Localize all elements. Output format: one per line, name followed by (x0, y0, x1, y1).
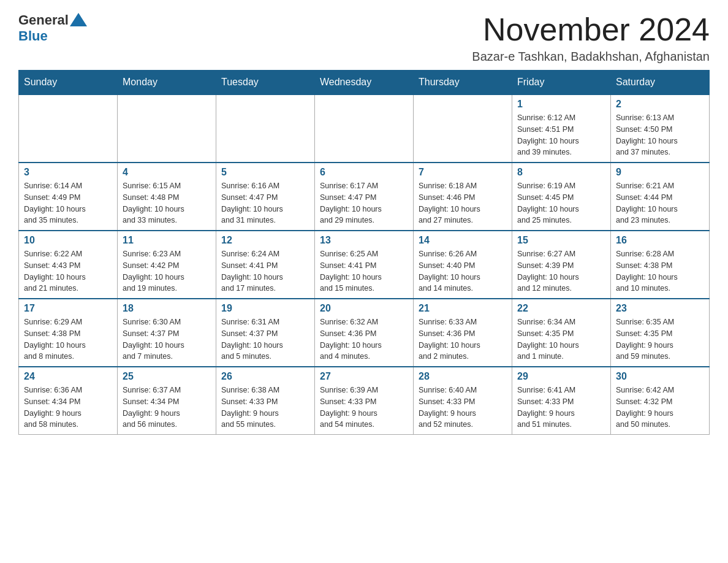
calendar-cell: 13Sunrise: 6:25 AMSunset: 4:41 PMDayligh… (315, 231, 414, 299)
day-info: Sunrise: 6:34 AMSunset: 4:35 PMDaylight:… (517, 316, 605, 362)
day-number: 8 (517, 167, 605, 178)
day-info: Sunrise: 6:18 AMSunset: 4:46 PMDaylight:… (419, 180, 507, 226)
weekday-header-monday: Monday (118, 71, 216, 95)
week-row-2: 3Sunrise: 6:14 AMSunset: 4:49 PMDaylight… (19, 163, 710, 231)
weekday-header-friday: Friday (512, 71, 611, 95)
calendar-cell: 25Sunrise: 6:37 AMSunset: 4:34 PMDayligh… (118, 367, 216, 435)
day-number: 4 (123, 167, 211, 178)
weekday-header-thursday: Thursday (414, 71, 512, 95)
weekday-header-wednesday: Wednesday (315, 71, 414, 95)
calendar-cell: 24Sunrise: 6:36 AMSunset: 4:34 PMDayligh… (19, 367, 118, 435)
weekday-header-sunday: Sunday (19, 71, 118, 95)
calendar-cell: 8Sunrise: 6:19 AMSunset: 4:45 PMDaylight… (512, 163, 611, 231)
day-number: 10 (24, 235, 112, 246)
weekday-header-tuesday: Tuesday (216, 71, 315, 95)
day-info: Sunrise: 6:24 AMSunset: 4:41 PMDaylight:… (221, 248, 309, 294)
day-number: 9 (616, 167, 704, 178)
day-number: 11 (123, 235, 211, 246)
day-info: Sunrise: 6:12 AMSunset: 4:51 PMDaylight:… (517, 112, 605, 158)
logo: General Blue (18, 12, 87, 44)
day-number: 19 (221, 303, 309, 314)
calendar-cell: 21Sunrise: 6:33 AMSunset: 4:36 PMDayligh… (414, 299, 512, 367)
calendar-cell: 28Sunrise: 6:40 AMSunset: 4:33 PMDayligh… (414, 367, 512, 435)
day-info: Sunrise: 6:17 AMSunset: 4:47 PMDaylight:… (320, 180, 408, 226)
calendar-cell: 30Sunrise: 6:42 AMSunset: 4:32 PMDayligh… (611, 367, 710, 435)
day-info: Sunrise: 6:35 AMSunset: 4:35 PMDaylight:… (616, 316, 704, 362)
day-info: Sunrise: 6:13 AMSunset: 4:50 PMDaylight:… (616, 112, 704, 158)
day-info: Sunrise: 6:14 AMSunset: 4:49 PMDaylight:… (24, 180, 112, 226)
calendar-cell: 23Sunrise: 6:35 AMSunset: 4:35 PMDayligh… (611, 299, 710, 367)
day-number: 24 (24, 371, 112, 382)
weekday-header-saturday: Saturday (611, 71, 710, 95)
calendar-cell (118, 94, 216, 163)
calendar-cell (216, 94, 315, 163)
calendar-cell: 2Sunrise: 6:13 AMSunset: 4:50 PMDaylight… (611, 94, 710, 163)
calendar-cell: 11Sunrise: 6:23 AMSunset: 4:42 PMDayligh… (118, 231, 216, 299)
day-info: Sunrise: 6:30 AMSunset: 4:37 PMDaylight:… (123, 316, 211, 362)
day-number: 14 (419, 235, 507, 246)
day-info: Sunrise: 6:21 AMSunset: 4:44 PMDaylight:… (616, 180, 704, 226)
day-number: 22 (517, 303, 605, 314)
calendar-cell (414, 94, 512, 163)
day-info: Sunrise: 6:29 AMSunset: 4:38 PMDaylight:… (24, 316, 112, 362)
day-info: Sunrise: 6:25 AMSunset: 4:41 PMDaylight:… (320, 248, 408, 294)
day-number: 26 (221, 371, 309, 382)
day-info: Sunrise: 6:39 AMSunset: 4:33 PMDaylight:… (320, 385, 408, 431)
day-number: 28 (419, 371, 507, 382)
day-number: 12 (221, 235, 309, 246)
day-number: 5 (221, 167, 309, 178)
day-number: 3 (24, 167, 112, 178)
page-header: General Blue November 2024 Bazar-e Tashk… (18, 12, 710, 64)
day-info: Sunrise: 6:33 AMSunset: 4:36 PMDaylight:… (419, 316, 507, 362)
week-row-4: 17Sunrise: 6:29 AMSunset: 4:38 PMDayligh… (19, 299, 710, 367)
calendar-cell: 4Sunrise: 6:15 AMSunset: 4:48 PMDaylight… (118, 163, 216, 231)
calendar-cell: 22Sunrise: 6:34 AMSunset: 4:35 PMDayligh… (512, 299, 611, 367)
calendar-cell: 15Sunrise: 6:27 AMSunset: 4:39 PMDayligh… (512, 231, 611, 299)
calendar-cell: 20Sunrise: 6:32 AMSunset: 4:36 PMDayligh… (315, 299, 414, 367)
day-info: Sunrise: 6:15 AMSunset: 4:48 PMDaylight:… (123, 180, 211, 226)
day-info: Sunrise: 6:22 AMSunset: 4:43 PMDaylight:… (24, 248, 112, 294)
calendar-cell: 29Sunrise: 6:41 AMSunset: 4:33 PMDayligh… (512, 367, 611, 435)
calendar-cell (19, 94, 118, 163)
week-row-5: 24Sunrise: 6:36 AMSunset: 4:34 PMDayligh… (19, 367, 710, 435)
day-info: Sunrise: 6:31 AMSunset: 4:37 PMDaylight:… (221, 316, 309, 362)
calendar-cell: 10Sunrise: 6:22 AMSunset: 4:43 PMDayligh… (19, 231, 118, 299)
day-info: Sunrise: 6:42 AMSunset: 4:32 PMDaylight:… (616, 385, 704, 431)
calendar-cell: 1Sunrise: 6:12 AMSunset: 4:51 PMDaylight… (512, 94, 611, 163)
day-number: 1 (517, 99, 605, 110)
week-row-1: 1Sunrise: 6:12 AMSunset: 4:51 PMDaylight… (19, 94, 710, 163)
month-title: November 2024 (472, 12, 710, 47)
calendar-cell: 9Sunrise: 6:21 AMSunset: 4:44 PMDaylight… (611, 163, 710, 231)
weekday-header-row: SundayMondayTuesdayWednesdayThursdayFrid… (19, 71, 710, 95)
location-subtitle: Bazar-e Tashkan, Badakhshan, Afghanistan (472, 50, 710, 64)
day-number: 18 (123, 303, 211, 314)
logo-blue-text: Blue (18, 28, 48, 44)
calendar-cell: 3Sunrise: 6:14 AMSunset: 4:49 PMDaylight… (19, 163, 118, 231)
day-info: Sunrise: 6:38 AMSunset: 4:33 PMDaylight:… (221, 385, 309, 431)
calendar-cell: 16Sunrise: 6:28 AMSunset: 4:38 PMDayligh… (611, 231, 710, 299)
day-number: 7 (419, 167, 507, 178)
day-info: Sunrise: 6:27 AMSunset: 4:39 PMDaylight:… (517, 248, 605, 294)
day-info: Sunrise: 6:37 AMSunset: 4:34 PMDaylight:… (123, 385, 211, 431)
day-info: Sunrise: 6:41 AMSunset: 4:33 PMDaylight:… (517, 385, 605, 431)
day-number: 2 (616, 99, 704, 110)
day-number: 6 (320, 167, 408, 178)
day-info: Sunrise: 6:26 AMSunset: 4:40 PMDaylight:… (419, 248, 507, 294)
logo-triangle-icon (70, 13, 87, 26)
day-number: 16 (616, 235, 704, 246)
day-number: 30 (616, 371, 704, 382)
day-number: 23 (616, 303, 704, 314)
day-info: Sunrise: 6:16 AMSunset: 4:47 PMDaylight:… (221, 180, 309, 226)
calendar-cell (315, 94, 414, 163)
calendar-cell: 7Sunrise: 6:18 AMSunset: 4:46 PMDaylight… (414, 163, 512, 231)
day-info: Sunrise: 6:40 AMSunset: 4:33 PMDaylight:… (419, 385, 507, 431)
day-info: Sunrise: 6:19 AMSunset: 4:45 PMDaylight:… (517, 180, 605, 226)
calendar-table: SundayMondayTuesdayWednesdayThursdayFrid… (18, 70, 710, 435)
day-number: 29 (517, 371, 605, 382)
day-info: Sunrise: 6:32 AMSunset: 4:36 PMDaylight:… (320, 316, 408, 362)
day-number: 20 (320, 303, 408, 314)
day-info: Sunrise: 6:23 AMSunset: 4:42 PMDaylight:… (123, 248, 211, 294)
calendar-cell: 18Sunrise: 6:30 AMSunset: 4:37 PMDayligh… (118, 299, 216, 367)
calendar-cell: 26Sunrise: 6:38 AMSunset: 4:33 PMDayligh… (216, 367, 315, 435)
day-number: 13 (320, 235, 408, 246)
